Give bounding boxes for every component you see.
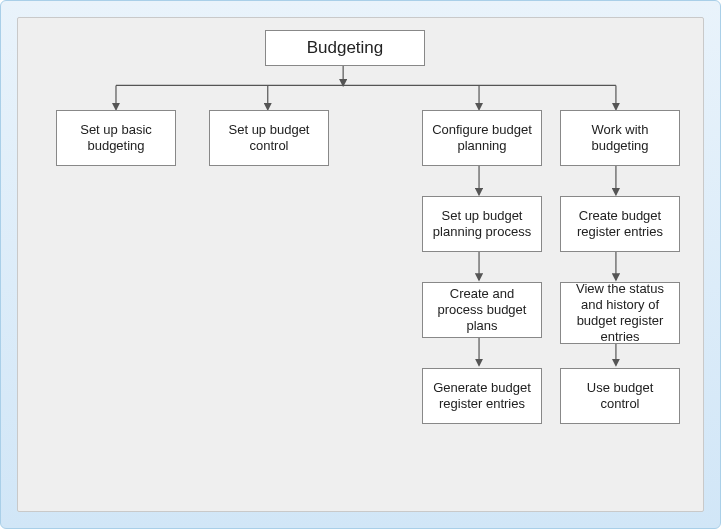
node-view-status-and-history: View the status and history of budget re… (560, 282, 680, 344)
diagram-frame: Budgeting Set up basic budgeting Set up … (0, 0, 721, 529)
node-configure-budget-planning: Configure budget planning (422, 110, 542, 166)
node-create-and-process-budget-plans: Create and process budget plans (422, 282, 542, 338)
node-budgeting: Budgeting (265, 30, 425, 66)
node-set-up-budget-control: Set up budget control (209, 110, 329, 166)
node-set-up-budget-planning-process: Set up budget planning process (422, 196, 542, 252)
node-set-up-basic-budgeting: Set up basic budgeting (56, 110, 176, 166)
connector-lines (18, 18, 703, 511)
node-create-budget-register-entries: Create budget register entries (560, 196, 680, 252)
node-work-with-budgeting: Work with budgeting (560, 110, 680, 166)
diagram-panel: Budgeting Set up basic budgeting Set up … (17, 17, 704, 512)
node-use-budget-control: Use budget control (560, 368, 680, 424)
node-generate-budget-register-entries: Generate budget register entries (422, 368, 542, 424)
